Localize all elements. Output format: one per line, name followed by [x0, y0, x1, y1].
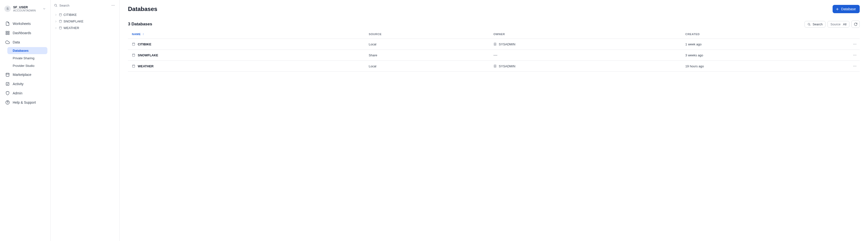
svg-line-8 — [56, 6, 57, 7]
subnav-item-databases[interactable]: Databases — [7, 47, 48, 54]
svg-point-34 — [856, 66, 856, 66]
database-icon — [59, 13, 62, 16]
chevron-down-icon — [42, 7, 46, 10]
tree-item-label: WEATHER — [63, 26, 79, 30]
svg-point-33 — [855, 66, 855, 66]
database-table: NAME ↑ SOURCE OWNER CREATED — [128, 30, 860, 72]
nav-item-dashboards[interactable]: Dashboards — [2, 29, 49, 37]
database-name-cell: WEATHER — [138, 64, 154, 68]
svg-point-21 — [495, 44, 496, 44]
tree-item[interactable]: CITIBIKE — [53, 12, 117, 18]
svg-point-29 — [132, 65, 134, 66]
source-filter-value: All — [843, 23, 846, 26]
source-cell: Local — [367, 61, 492, 72]
tree-item[interactable]: WEATHER — [53, 25, 117, 31]
admin-icon — [5, 91, 10, 95]
svg-point-28 — [856, 55, 856, 56]
nav-item-activity[interactable]: Activity — [2, 79, 49, 88]
column-header-name[interactable]: NAME ↑ — [128, 30, 367, 39]
page-title: Databases — [128, 6, 157, 12]
database-icon — [132, 54, 135, 57]
svg-rect-0 — [6, 31, 7, 32]
source-cell: Local — [367, 39, 492, 50]
owner-cell: SYSADMIN — [499, 64, 515, 68]
database-icon — [132, 64, 135, 68]
list-count-title: 3 Databases — [128, 22, 152, 27]
activity-icon — [5, 82, 10, 86]
refresh-icon — [854, 23, 858, 26]
svg-point-24 — [856, 44, 856, 44]
created-cell: 19 hours ago — [683, 61, 850, 72]
table-row[interactable]: WEATHER Local SYSADMIN 19 hours ago — [128, 61, 860, 72]
chevron-right-icon — [55, 20, 57, 23]
tree-overflow-button[interactable] — [110, 2, 116, 8]
nav-item-marketplace[interactable]: Marketplace — [2, 70, 49, 79]
user-role-label: ACCOUNTADMIN — [13, 9, 40, 12]
chevron-right-icon — [55, 27, 57, 30]
subnav-item-private-sharing[interactable]: Private Sharing — [7, 55, 48, 62]
subnav-item-provider-studio[interactable]: Provider Studio — [7, 62, 48, 69]
marketplace-icon — [5, 72, 10, 77]
data-icon — [5, 40, 10, 44]
svg-point-10 — [113, 5, 113, 6]
database-icon — [132, 42, 135, 46]
svg-point-12 — [59, 13, 62, 14]
svg-point-23 — [855, 44, 855, 44]
svg-rect-1 — [8, 31, 9, 32]
tree-item-label: CITIBIKE — [63, 13, 77, 16]
nav-item-help[interactable]: Help & Support — [2, 98, 49, 107]
data-subnav: Databases Private Sharing Provider Studi… — [7, 47, 48, 69]
database-icon — [59, 20, 62, 23]
help-icon — [5, 100, 10, 105]
primary-nav: Worksheets Dashboards Data — [2, 19, 49, 46]
svg-point-11 — [114, 5, 115, 6]
source-filter-name: Source — [830, 23, 840, 26]
user-name-label: SF_USER — [13, 5, 40, 9]
database-icon — [59, 26, 62, 30]
nav-label: Data — [13, 40, 20, 44]
source-cell: Share — [367, 50, 492, 61]
chevron-right-icon — [55, 13, 57, 16]
sort-asc-icon: ↑ — [143, 33, 144, 36]
create-database-button[interactable]: Database — [833, 5, 860, 13]
create-database-label: Database — [841, 7, 856, 11]
svg-rect-4 — [6, 82, 9, 85]
row-overflow-button[interactable] — [852, 41, 858, 47]
svg-point-31 — [495, 66, 496, 66]
svg-point-26 — [854, 55, 854, 56]
tree-item[interactable]: SNOWFLAKE — [53, 18, 117, 24]
role-icon — [493, 42, 497, 46]
worksheet-icon — [5, 22, 10, 26]
source-filter-button[interactable]: Source All — [828, 21, 849, 28]
search-icon — [807, 23, 811, 26]
list-search-button[interactable]: Search — [805, 21, 826, 28]
nav-label: Dashboards — [13, 31, 31, 35]
table-row[interactable]: CITIBIKE Local SYSADMIN 1 week ago — [128, 39, 860, 50]
nav-label: Activity — [13, 82, 24, 86]
role-icon — [493, 64, 497, 68]
nav-item-data[interactable]: Data — [2, 38, 49, 46]
user-switcher[interactable]: S SF_USER ACCOUNTADMIN — [2, 4, 49, 15]
avatar: S — [4, 6, 11, 12]
row-overflow-button[interactable] — [852, 63, 858, 69]
refresh-button[interactable] — [851, 21, 860, 28]
tree-item-label: SNOWFLAKE — [63, 20, 84, 23]
list-search-label: Search — [812, 23, 823, 26]
owner-cell: — — [493, 53, 497, 57]
nav-item-worksheets[interactable]: Worksheets — [2, 19, 49, 28]
nav-label: Help & Support — [13, 101, 36, 104]
nav-item-admin[interactable]: Admin — [2, 89, 49, 98]
column-header-source[interactable]: SOURCE — [367, 30, 492, 39]
column-header-created[interactable]: CREATED — [683, 30, 850, 39]
table-row[interactable]: SNOWFLAKE Share — 3 weeks ago — [128, 50, 860, 61]
row-overflow-button[interactable] — [852, 52, 858, 58]
tree-search-input[interactable] — [59, 4, 108, 7]
nav-label: Worksheets — [13, 22, 31, 26]
svg-point-14 — [59, 27, 62, 27]
owner-cell: SYSADMIN — [499, 42, 515, 46]
left-sidebar: S SF_USER ACCOUNTADMIN Worksheets Dashbo… — [0, 0, 51, 241]
plus-icon — [836, 7, 839, 11]
column-header-owner[interactable]: OWNER — [491, 30, 683, 39]
svg-point-19 — [132, 43, 134, 44]
primary-nav-cont: Marketplace Activity Admin Help & Suppor… — [2, 70, 49, 107]
